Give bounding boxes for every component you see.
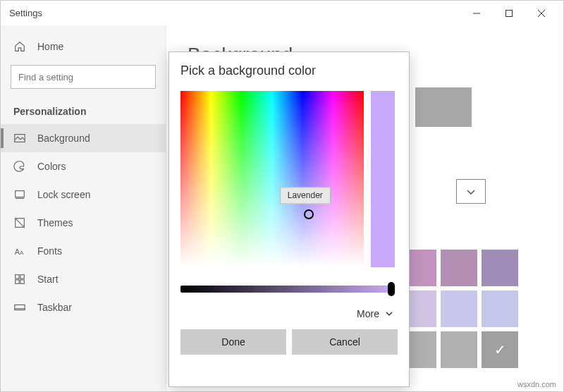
svg-text:A: A: [20, 250, 24, 256]
close-icon: [537, 9, 546, 18]
palette-icon: [13, 160, 26, 173]
color-cursor[interactable]: [304, 209, 314, 219]
check-icon: ✓: [482, 331, 518, 368]
maximize-button[interactable]: [493, 2, 525, 25]
cancel-button[interactable]: Cancel: [292, 329, 398, 355]
color-swatch[interactable]: [482, 290, 518, 327]
search-input[interactable]: [11, 65, 156, 89]
color-swatch[interactable]: [441, 250, 477, 286]
svg-rect-13: [20, 280, 24, 283]
picture-icon: [13, 132, 26, 145]
picker-row: Lavender: [180, 91, 398, 267]
color-swatch-selected[interactable]: ✓: [482, 331, 518, 368]
svg-rect-5: [16, 191, 25, 197]
window-title: Settings: [6, 8, 42, 18]
maximize-icon: [505, 9, 513, 18]
chevron-down-icon: [466, 187, 476, 197]
watermark: wsxdn.com: [517, 380, 556, 388]
sidebar-item-label: Themes: [37, 217, 73, 228]
chevron-down-icon: [385, 310, 393, 318]
sidebar-item-colors[interactable]: Colors: [1, 152, 166, 180]
sidebar-item-start[interactable]: Start: [1, 265, 166, 293]
sidebar-item-label: Background: [37, 133, 90, 144]
sidebar-section-title: Personalization: [1, 96, 166, 124]
close-button[interactable]: [525, 2, 558, 25]
background-preview: [415, 87, 472, 127]
sidebar: Home Personalization Background Colors L…: [1, 25, 166, 391]
window-controls: [460, 2, 558, 25]
sidebar-item-taskbar[interactable]: Taskbar: [1, 293, 166, 321]
sidebar-item-fonts[interactable]: AA Fonts: [1, 237, 166, 265]
sidebar-item-themes[interactable]: Themes: [1, 209, 166, 237]
dialog-title: Pick a background color: [180, 63, 398, 78]
sidebar-item-label: Taskbar: [37, 302, 72, 313]
more-toggle[interactable]: More: [180, 308, 398, 319]
sidebar-item-background[interactable]: Background: [1, 124, 166, 152]
start-icon: [13, 273, 26, 286]
svg-rect-12: [16, 280, 19, 283]
sidebar-item-label: Lock screen: [37, 189, 90, 200]
sidebar-item-label: Fonts: [37, 245, 62, 257]
dialog-buttons: Done Cancel: [180, 329, 398, 355]
value-slider-thumb[interactable]: [388, 282, 395, 296]
settings-window: Settings Home Personalization: [0, 0, 564, 392]
value-slider[interactable]: [180, 286, 392, 293]
svg-rect-11: [20, 275, 24, 278]
done-button[interactable]: Done: [180, 329, 286, 355]
color-swatch[interactable]: [441, 290, 477, 327]
color-swatch-grid: ✓: [400, 250, 518, 368]
svg-rect-10: [16, 275, 19, 278]
fonts-icon: AA: [13, 245, 26, 257]
minimize-button[interactable]: [460, 2, 493, 25]
color-swatch[interactable]: [482, 250, 518, 286]
titlebar: Settings: [1, 1, 563, 25]
lockscreen-icon: [13, 188, 26, 201]
background-type-dropdown[interactable]: [456, 179, 486, 204]
sidebar-item-home[interactable]: Home: [1, 32, 166, 61]
luminance-preview: [371, 91, 395, 267]
search-container: [11, 65, 156, 89]
home-icon: [13, 40, 26, 53]
color-swatch[interactable]: [441, 331, 477, 368]
sidebar-item-label: Start: [37, 274, 59, 285]
svg-rect-14: [15, 305, 25, 310]
more-label: More: [357, 308, 379, 319]
svg-rect-1: [506, 10, 513, 16]
themes-icon: [13, 216, 26, 229]
color-picker-dialog: Pick a background color Lavender More Do…: [168, 51, 410, 387]
sidebar-item-label: Colors: [37, 161, 66, 172]
color-field[interactable]: Lavender: [180, 91, 364, 267]
minimize-icon: [472, 9, 481, 18]
sidebar-item-lockscreen[interactable]: Lock screen: [1, 180, 166, 209]
taskbar-icon: [13, 301, 26, 314]
color-tooltip: Lavender: [280, 187, 331, 204]
sidebar-item-label: Home: [37, 41, 63, 52]
